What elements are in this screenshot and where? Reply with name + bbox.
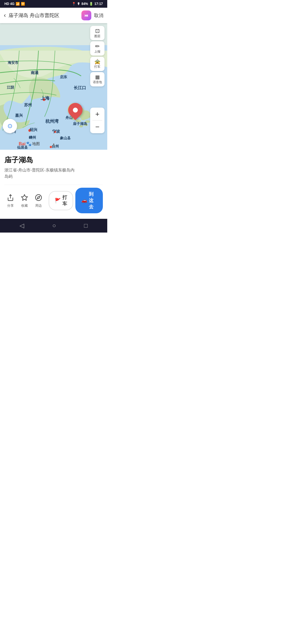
svg-marker-35	[37, 196, 40, 199]
layers-label: 图层	[94, 34, 100, 38]
svg-text:庙子湖岛: 庙子湖岛	[73, 122, 87, 126]
svg-point-3	[81, 118, 85, 120]
cancel-button[interactable]: 取消	[94, 12, 103, 19]
favorite-label: 收藏	[21, 203, 28, 208]
chevron-up-icon: ∧	[48, 142, 59, 148]
map-container[interactable]: 海安市 南通 江阴 启东 长江口 上海 苏州 嘉兴 杭州湾 杭州 绍兴 宁波 舟…	[0, 23, 107, 150]
home-nav-button[interactable]: ○	[52, 222, 56, 229]
layers-icon: ⊡	[95, 28, 100, 34]
wifi-icon: 🛜	[21, 2, 25, 6]
kuaishou-icon[interactable]: ⏮	[81, 10, 91, 20]
voice-icon: ▦	[95, 75, 100, 80]
nearby-label: 周边	[35, 203, 42, 208]
place-name: 庙子湖岛	[4, 155, 103, 165]
map-pin	[68, 103, 82, 117]
baidu-logo: Bai 🐾 地图	[19, 141, 40, 146]
svg-text:嘉兴: 嘉兴	[15, 113, 23, 118]
svg-text:海安市: 海安市	[8, 61, 19, 65]
share-icon	[6, 193, 15, 202]
map-controls-panel: ⊡ 图层 ✏ 上报 🚖 打车 ▦ 语音包	[90, 26, 105, 86]
svg-text:南通: 南通	[31, 70, 39, 75]
search-title: 庙子湖岛 舟山市普陀区	[9, 12, 79, 19]
zoom-out-icon: −	[95, 123, 99, 131]
status-bar: HD 4G 📶 🛜 📍 🎙 84% 🔋 17:17	[0, 0, 107, 8]
status-right: 📍 🎙 84% 🔋 17:17	[72, 2, 103, 6]
nearby-button[interactable]: 周边	[32, 193, 44, 208]
svg-text:江阴: 江阴	[7, 85, 14, 89]
voice-label: 语音包	[93, 80, 102, 84]
voice-button[interactable]: ▦ 语音包	[90, 72, 105, 86]
svg-text:宁波: 宁波	[52, 129, 60, 133]
back-nav-button[interactable]: ◁	[20, 222, 24, 229]
svg-text:杭州湾: 杭州湾	[45, 119, 59, 124]
report-button[interactable]: ✏ 上报	[90, 41, 105, 56]
baidu-text: Bai	[19, 141, 26, 146]
taxi-map-icon: 🚖	[94, 59, 100, 64]
kuaishou-label: ⏮	[84, 13, 88, 18]
layers-button[interactable]: ⊡ 图层	[90, 26, 105, 40]
svg-text:苏州: 苏州	[24, 103, 32, 107]
zoom-in-icon: +	[95, 110, 99, 118]
bottom-nav: ◁ ○ □	[0, 219, 107, 233]
svg-point-34	[35, 195, 42, 201]
car-icon: 🚗	[81, 198, 87, 203]
location-icon: ⊙	[7, 122, 12, 130]
taxi-button[interactable]: 🚩 打车	[49, 191, 73, 210]
status-left: HD 4G 📶 🛜	[4, 2, 25, 6]
place-type: 岛屿	[4, 174, 103, 179]
svg-text:绍兴: 绍兴	[29, 127, 38, 132]
baidu-paw-icon: 🐾	[26, 141, 32, 146]
compass-icon	[34, 193, 43, 202]
share-label: 分享	[7, 203, 14, 208]
report-icon: ✏	[95, 43, 100, 49]
recent-nav-button[interactable]: □	[84, 222, 88, 229]
taxi-map-label: 打车	[94, 65, 100, 69]
zoom-controls: + −	[90, 108, 105, 133]
pin-inner	[73, 108, 78, 113]
baidu-map-text: 地图	[32, 141, 40, 146]
action-row: 分享 收藏 周边 🚩 打车	[4, 185, 103, 216]
location-icon: 📍	[72, 2, 76, 6]
collapse-handle[interactable]: ∧	[48, 142, 59, 148]
mic-icon: 🎙	[77, 2, 80, 6]
taxi-map-button[interactable]: 🚖 打车	[90, 57, 105, 71]
report-label: 上报	[94, 50, 100, 54]
back-button[interactable]: ‹	[4, 12, 6, 19]
zoom-out-button[interactable]: −	[90, 121, 105, 133]
navigate-btn-label: 到这去	[89, 191, 97, 210]
search-bar: ‹ 庙子湖岛 舟山市普陀区 ⏮ 取消	[0, 8, 107, 23]
svg-text:象山县: 象山县	[60, 136, 71, 140]
info-panel: 庙子湖岛 浙江省-舟山市-普陀区-东极镇东极岛内 岛屿 分享 收藏	[0, 150, 107, 219]
place-address: 浙江省-舟山市-普陀区-东极镇东极岛内	[4, 168, 103, 173]
taxi-btn-label: 打车	[62, 194, 67, 207]
location-button[interactable]: ⊙	[3, 119, 17, 133]
network-label: HD 4G	[4, 2, 15, 6]
star-icon	[20, 193, 29, 202]
pin-body	[65, 100, 86, 120]
battery-icon: 🔋	[89, 2, 93, 6]
battery-label: 84%	[81, 2, 88, 6]
signal-icon: 📶	[16, 2, 20, 6]
share-button[interactable]: 分享	[4, 193, 16, 208]
svg-text:长江口: 长江口	[74, 85, 86, 90]
svg-text:上海: 上海	[41, 96, 50, 100]
zoom-in-button[interactable]: +	[90, 108, 105, 120]
navigate-button[interactable]: 🚗 到这去	[75, 188, 103, 213]
favorite-button[interactable]: 收藏	[18, 193, 30, 208]
svg-text:嵊州: 嵊州	[29, 135, 36, 140]
time-label: 17:17	[94, 2, 103, 6]
svg-text:启东: 启东	[60, 75, 67, 79]
taxi-flag-icon: 🚩	[55, 198, 61, 204]
svg-marker-33	[21, 195, 28, 200]
